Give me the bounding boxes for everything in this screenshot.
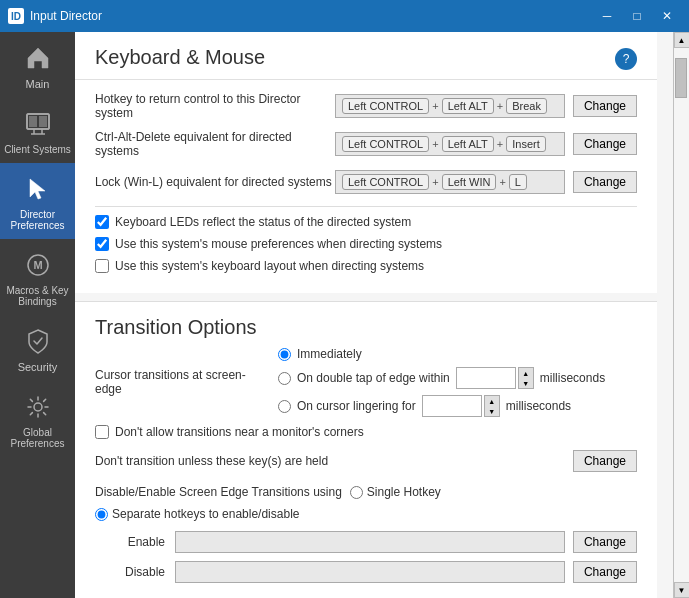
key-left-win-3: Left WIN (442, 174, 497, 190)
cursor-transition-label: Cursor transitions at screen-edge (95, 368, 270, 396)
keyboard-mouse-section: ? Keyboard & Mouse Hotkey to return cont… (75, 32, 657, 293)
keyboard-mouse-title: Keyboard & Mouse (95, 46, 637, 69)
radio-lingering[interactable] (278, 400, 291, 413)
hotkey-row-2: Ctrl-Alt-Delete equivalent for directed … (95, 130, 637, 158)
checkbox-row-1: Keyboard LEDs reflect the status of the … (95, 215, 637, 229)
transition-options-section: Transition Options Cursor transitions at… (75, 301, 657, 598)
sidebar: Main Client Systems (0, 32, 75, 598)
cursor-transition-row: Cursor transitions at screen-edge Immedi… (95, 347, 637, 417)
spinner-down-2[interactable]: ▼ (485, 406, 499, 416)
change-button-disable[interactable]: Change (573, 561, 637, 583)
cursor-icon (22, 173, 54, 205)
disable-hotkey-row: Disable Change (95, 561, 637, 583)
change-button-transition[interactable]: Change (573, 450, 637, 472)
scroll-thumb[interactable] (675, 58, 687, 98)
home-icon (22, 42, 54, 74)
key-left-alt-1: Left ALT (442, 98, 494, 114)
scroll-down-arrow[interactable]: ▼ (674, 582, 690, 598)
key-insert-2: Insert (506, 136, 546, 152)
radio-immediately-label: Immediately (297, 347, 362, 361)
key-l-3: L (509, 174, 527, 190)
separate-hotkeys-label: Separate hotkeys to enable/disable (112, 507, 299, 521)
spinner-up-1[interactable]: ▲ (519, 368, 533, 378)
minimize-button[interactable]: ─ (593, 6, 621, 26)
sidebar-item-director-preferences[interactable]: Director Preferences (0, 163, 75, 239)
gear-icon (22, 391, 54, 423)
svg-text:M: M (33, 259, 42, 271)
spinner-down-1[interactable]: ▼ (519, 378, 533, 388)
svg-rect-5 (29, 116, 37, 127)
scroll-track[interactable] (674, 48, 689, 582)
ms-label-2: milliseconds (506, 399, 571, 413)
radio-double-tap-row: On double tap of edge within ▲ ▼ millise… (278, 367, 605, 389)
sidebar-item-main[interactable]: Main (0, 32, 75, 98)
radio-group: Immediately On double tap of edge within… (278, 347, 605, 417)
sidebar-label-macros: Macros & Key Bindings (4, 285, 71, 307)
app-icon: ID (8, 8, 24, 24)
divider-1 (95, 206, 637, 207)
spinner-up-2[interactable]: ▲ (485, 396, 499, 406)
double-tap-ms-input[interactable] (456, 367, 516, 389)
shield-icon (22, 325, 54, 357)
window-controls: ─ □ ✕ (593, 6, 681, 26)
change-button-enable[interactable]: Change (573, 531, 637, 553)
radio-double-tap[interactable] (278, 372, 291, 385)
svg-point-9 (34, 403, 42, 411)
transition-header: Transition Options (75, 302, 657, 339)
change-button-3[interactable]: Change (573, 171, 637, 193)
key-left-ctrl-1: Left CONTROL (342, 98, 429, 114)
disable-label: Disable (95, 565, 165, 579)
hotkey-keys-1: Left CONTROL + Left ALT + Break (335, 94, 565, 118)
scroll-up-arrow[interactable]: ▲ (674, 32, 690, 48)
sidebar-label-global: Global Preferences (4, 427, 71, 449)
keyboard-mouse-header: ? Keyboard & Mouse (75, 32, 657, 80)
lingering-ms-input[interactable] (422, 395, 482, 417)
hotkey-label-3: Lock (Win-L) equivalent for directed sys… (95, 175, 335, 189)
close-button[interactable]: ✕ (653, 6, 681, 26)
sidebar-item-security[interactable]: Security (0, 315, 75, 381)
change-button-1[interactable]: Change (573, 95, 637, 117)
checkbox-dont-allow[interactable] (95, 425, 109, 439)
double-tap-ms-group: ▲ ▼ (456, 367, 534, 389)
change-button-2[interactable]: Change (573, 133, 637, 155)
key-left-alt-2: Left ALT (442, 136, 494, 152)
sidebar-label-director-preferences: Director Preferences (4, 209, 71, 231)
sidebar-label-security: Security (18, 361, 58, 373)
screen-edge-row: Disable/Enable Screen Edge Transitions u… (95, 485, 637, 521)
radio-single-hotkey[interactable] (350, 486, 363, 499)
single-hotkey-label: Single Hotkey (367, 485, 441, 499)
checkbox-keyboard-leds[interactable] (95, 215, 109, 229)
checkbox-row-2: Use this system's mouse preferences when… (95, 237, 637, 251)
checkbox-keyboard-layout[interactable] (95, 259, 109, 273)
radio-double-tap-label: On double tap of edge within (297, 371, 450, 385)
radio-separate-hotkeys[interactable] (95, 508, 108, 521)
key-break-1: Break (506, 98, 547, 114)
enable-hotkey-field (175, 531, 565, 553)
hotkey-keys-2: Left CONTROL + Left ALT + Insert (335, 132, 565, 156)
sidebar-item-client-systems[interactable]: Client Systems (0, 98, 75, 163)
maximize-button[interactable]: □ (623, 6, 651, 26)
help-button[interactable]: ? (615, 48, 637, 70)
checkbox-row-3: Use this system's keyboard layout when d… (95, 259, 637, 273)
sidebar-item-global[interactable]: Global Preferences (0, 381, 75, 457)
transition-title: Transition Options (95, 316, 637, 339)
disable-hotkey-field (175, 561, 565, 583)
svg-rect-6 (39, 116, 47, 127)
key-left-ctrl-3: Left CONTROL (342, 174, 429, 190)
sidebar-label-main: Main (26, 78, 50, 90)
sidebar-item-macros[interactable]: M Macros & Key Bindings (0, 239, 75, 315)
checkbox-label-2: Use this system's mouse preferences when… (115, 237, 442, 251)
radio-immediately-row: Immediately (278, 347, 605, 361)
monitor-icon (22, 108, 54, 140)
ms-label-1: milliseconds (540, 371, 605, 385)
checkbox-label-3: Use this system's keyboard layout when d… (115, 259, 424, 273)
macro-icon: M (22, 249, 54, 281)
title-bar: ID Input Director ─ □ ✕ (0, 0, 689, 32)
key-left-ctrl-2: Left CONTROL (342, 136, 429, 152)
dont-allow-label: Don't allow transitions near a monitor's… (115, 425, 364, 439)
lingering-ms-group: ▲ ▼ (422, 395, 500, 417)
dont-transition-label: Don't transition unless these key(s) are… (95, 454, 565, 468)
checkbox-mouse-prefs[interactable] (95, 237, 109, 251)
radio-immediately[interactable] (278, 348, 291, 361)
hotkey-row-1: Hotkey to return control to this Directo… (95, 92, 637, 120)
